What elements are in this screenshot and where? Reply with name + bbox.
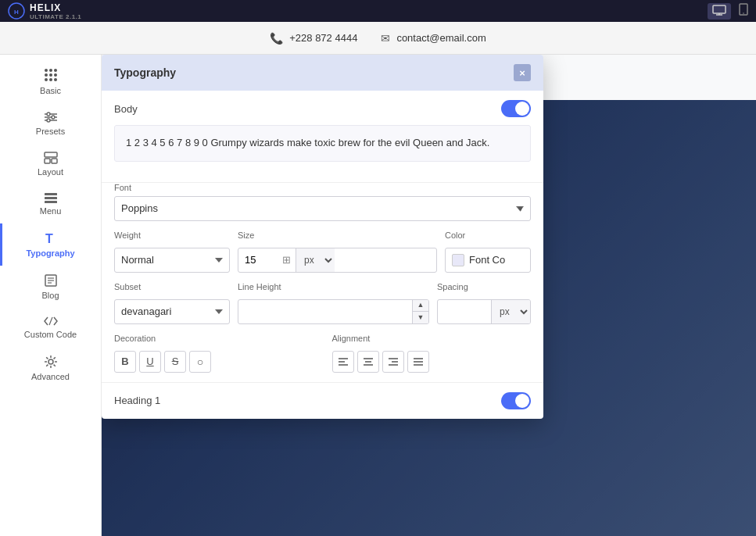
- align-left-button[interactable]: [332, 351, 354, 373]
- svg-point-25: [48, 359, 53, 364]
- sliders-icon: [43, 111, 59, 123]
- align-center-icon: [363, 357, 374, 366]
- font-section: Font PoppinsRobotoOpen SansLatoMontserra…: [102, 183, 543, 382]
- tablet-view-button[interactable]: [739, 3, 748, 20]
- top-bar: H HELIX ULTIMATE 2.1.1: [0, 0, 756, 22]
- heading1-toggle[interactable]: [501, 392, 531, 409]
- lineheight-spin-buttons: ▲ ▼: [412, 299, 428, 324]
- email-address: contact@email.com: [396, 32, 485, 44]
- align-center-button[interactable]: [357, 351, 379, 373]
- sidebar-item-label: Basic: [40, 86, 61, 95]
- email-icon: ✉: [381, 32, 390, 45]
- size-icon: ⊞: [278, 254, 296, 266]
- color-button[interactable]: Font Co: [445, 248, 531, 273]
- decoration-underline-button[interactable]: U: [139, 351, 161, 373]
- svg-rect-17: [45, 197, 57, 199]
- sidebar-item-label: Custom Code: [24, 330, 77, 339]
- svg-line-24: [49, 317, 52, 325]
- subset-select[interactable]: devanagarilatinlatin-ext: [114, 299, 230, 324]
- font-select[interactable]: PoppinsRobotoOpen SansLatoMontserrat: [114, 196, 531, 221]
- lineheight-input[interactable]: [238, 306, 412, 317]
- svg-line-33: [46, 365, 48, 366]
- sidebar-item-label: Typography: [26, 248, 74, 258]
- lineheight-input-group: ▲ ▼: [238, 299, 429, 324]
- align-justify-button[interactable]: [407, 351, 429, 373]
- lineheight-label: Line Height: [238, 282, 429, 291]
- lineheight-field: Line Height ▲ ▼: [238, 282, 429, 324]
- heading1-label: Heading 1: [114, 395, 160, 406]
- decoration-label: Decoration: [114, 334, 314, 343]
- color-value-label: Font Co: [469, 254, 505, 266]
- align-justify-icon: [413, 357, 424, 366]
- sidebar-item-layout[interactable]: Layout: [0, 144, 101, 184]
- layout-icon: [44, 152, 58, 164]
- subset-select-wrapper: devanagarilatinlatin-ext: [114, 299, 230, 324]
- body-label: Body: [114, 103, 138, 115]
- logo-version: ULTIMATE 2.1.1: [30, 13, 81, 20]
- spacing-input[interactable]: [438, 306, 491, 317]
- heading1-section: Heading 1: [102, 382, 543, 419]
- svg-rect-18: [45, 201, 57, 203]
- alignment-field: Alignment: [332, 334, 532, 373]
- font-row: Font PoppinsRobotoOpen SansLatoMontserra…: [114, 183, 531, 221]
- decoration-field: Decoration B U S ○: [114, 334, 314, 373]
- spacing-unit-select[interactable]: px em: [491, 300, 530, 323]
- weight-label: Weight: [114, 230, 230, 240]
- contact-bar: 📞 +228 872 4444 ✉ contact@email.com: [0, 22, 756, 55]
- font-label: Font: [114, 183, 531, 192]
- sidebar-item-presets[interactable]: Presets: [0, 103, 101, 144]
- size-input[interactable]: [238, 254, 278, 266]
- svg-rect-15: [52, 159, 57, 163]
- phone-icon: 📞: [270, 32, 283, 45]
- weight-field: Weight ThinLightNormalMediumBoldExtraBol…: [114, 230, 230, 273]
- helix-logo-icon: H: [8, 2, 25, 20]
- sidebar-item-typography[interactable]: T Typography: [0, 223, 101, 266]
- svg-rect-13: [45, 152, 57, 157]
- svg-rect-16: [45, 193, 57, 195]
- decoration-alignment-row: Decoration B U S ○ Alignment: [114, 334, 531, 373]
- svg-line-31: [53, 365, 55, 366]
- weight-select[interactable]: ThinLightNormalMediumBoldExtraBold: [114, 248, 230, 273]
- svg-line-30: [46, 357, 48, 359]
- sidebar-item-custom-code[interactable]: Custom Code: [0, 308, 101, 347]
- weight-select-wrapper: ThinLightNormalMediumBoldExtraBold: [114, 248, 230, 273]
- body-section: Body 1 2 3 4 5 6 7 8 9 0 Grumpy wizards …: [102, 91, 543, 183]
- align-right-button[interactable]: [382, 351, 404, 373]
- main-area: Basic Presets Layout: [0, 55, 756, 536]
- settings-icon: [44, 355, 58, 369]
- sidebar-item-menu[interactable]: Menu: [0, 184, 101, 223]
- decoration-bold-button[interactable]: B: [114, 351, 136, 373]
- svg-point-12: [47, 119, 50, 122]
- panel-close-button[interactable]: ×: [514, 64, 531, 81]
- body-toggle[interactable]: [501, 100, 531, 117]
- size-label: Size: [238, 230, 437, 240]
- phone-number: +228 872 4444: [289, 32, 357, 44]
- lineheight-up-button[interactable]: ▲: [413, 299, 428, 312]
- logo-text: HELIX: [30, 2, 81, 13]
- alignment-label: Alignment: [332, 334, 532, 343]
- content-area: Home ▾ About Us ▾ Header vertical ▾ espo…: [102, 55, 756, 536]
- sidebar: Basic Presets Layout: [0, 55, 102, 536]
- weight-size-color-row: Weight ThinLightNormalMediumBoldExtraBol…: [114, 230, 531, 273]
- size-field: Size ⊞ px em %: [238, 230, 437, 273]
- desktop-view-button[interactable]: [708, 3, 731, 20]
- email-contact: ✉ contact@email.com: [381, 32, 485, 45]
- decoration-circle-button[interactable]: ○: [189, 351, 211, 373]
- body-header: Body: [114, 100, 531, 117]
- svg-line-32: [53, 357, 55, 359]
- sidebar-item-blog[interactable]: Blog: [0, 266, 101, 308]
- sidebar-item-advanced[interactable]: Advanced: [0, 347, 101, 389]
- body-preview-text: 1 2 3 4 5 6 7 8 9 0 Grumpy wizards make …: [114, 125, 531, 162]
- spacing-input-group: px em: [437, 299, 531, 324]
- size-unit-select[interactable]: px em %: [296, 248, 335, 272]
- size-input-group: ⊞ px em %: [238, 248, 437, 273]
- panel-scroll-area[interactable]: Body 1 2 3 4 5 6 7 8 9 0 Grumpy wizards …: [102, 91, 543, 419]
- decoration-strikethrough-button[interactable]: S: [164, 351, 186, 373]
- sidebar-item-label: Presets: [36, 127, 65, 136]
- lineheight-down-button[interactable]: ▼: [413, 312, 428, 324]
- view-toggle-area: [708, 3, 748, 20]
- svg-text:H: H: [14, 9, 19, 16]
- alignment-buttons: [332, 351, 532, 373]
- code-icon: [43, 316, 59, 327]
- sidebar-item-basic[interactable]: Basic: [0, 61, 101, 103]
